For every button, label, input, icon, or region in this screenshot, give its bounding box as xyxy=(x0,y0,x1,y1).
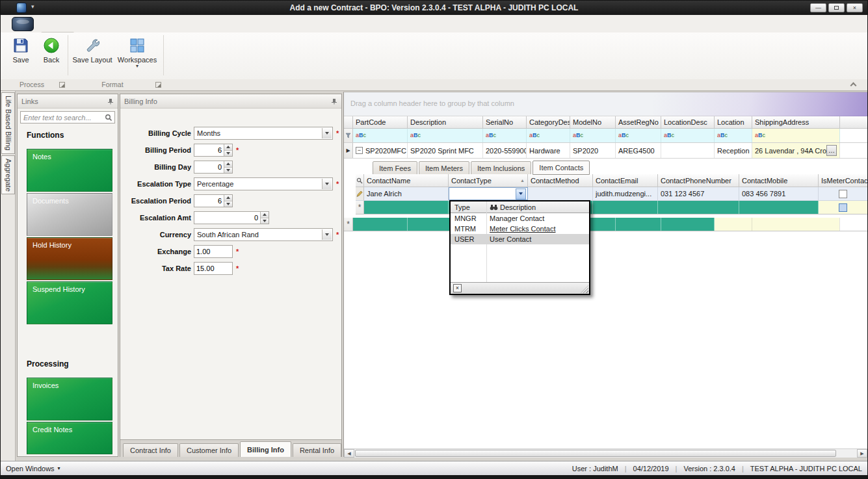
cell-shippingaddress[interactable]: 26 Lavendar , 94A Crompton ... … xyxy=(752,143,840,158)
billing-cycle-select[interactable]: Months xyxy=(194,127,333,140)
grid-search-icon[interactable] xyxy=(356,177,363,184)
escalation-amt-input[interactable] xyxy=(194,212,260,224)
cell-location[interactable]: Reception xyxy=(715,143,752,158)
tab-item-fees[interactable]: Item Fees xyxy=(373,161,417,175)
item-row[interactable]: ▶ − SP2020MFC SP2020 Sprint MFC 2020-559… xyxy=(344,143,868,159)
column-header-serialno[interactable]: SerialNo xyxy=(483,116,527,129)
column-header-assetregno[interactable]: AssetRegNo xyxy=(616,116,661,129)
column-header-locationdesc[interactable]: LocationDesc xyxy=(661,116,715,129)
column-header-contacttype[interactable]: ContactType ▲ xyxy=(449,174,528,187)
filter-cell-locationdesc[interactable]: aBc xyxy=(661,129,715,142)
ismetercontact-checkbox[interactable] xyxy=(839,203,847,212)
newrow-partcode[interactable] xyxy=(353,218,408,231)
maximize-button[interactable] xyxy=(828,3,845,12)
group-by-bar[interactable]: Drag a column header here to group by th… xyxy=(344,92,867,116)
close-filter-button[interactable]: × xyxy=(453,284,462,292)
escalation-amt-stepper[interactable] xyxy=(194,211,269,224)
dropdown-row-mtrm[interactable]: MTRM Meter Clicks Contact xyxy=(451,224,589,234)
filter-cell-serialno[interactable]: aBc xyxy=(483,129,527,142)
escalation-type-select[interactable]: Percentage xyxy=(194,177,333,190)
contacts-new-row[interactable]: * xyxy=(356,201,868,214)
spin-down-icon[interactable] xyxy=(224,167,232,174)
newrow-contactemail[interactable] xyxy=(593,201,658,214)
chevron-down-icon[interactable] xyxy=(322,128,332,138)
column-header-categorydesc[interactable]: CategoryDesc xyxy=(527,116,570,129)
ellipsis-button[interactable]: … xyxy=(826,145,837,156)
cell-contactphonenumber[interactable]: 031 123 4567 xyxy=(658,187,739,200)
tab-item-meters[interactable]: Item Meters xyxy=(419,161,469,175)
column-header-contactemail[interactable]: ContactEmail xyxy=(593,174,658,187)
horizontal-scrollbar[interactable]: ◀ ▶ xyxy=(344,448,867,458)
currency-select[interactable]: South African Rand xyxy=(194,228,333,241)
tab-item-contacts[interactable]: Item Contacts xyxy=(533,161,590,175)
invoices-button[interactable]: Invoices xyxy=(27,378,112,421)
cell-contacttype-editor[interactable] xyxy=(449,187,528,200)
newrow-contactphonenumber[interactable] xyxy=(658,201,739,214)
newrow-locationdesc[interactable] xyxy=(661,218,715,231)
documents-button[interactable]: Documents xyxy=(27,193,112,236)
billing-day-input[interactable] xyxy=(194,161,224,173)
cell-contactemail[interactable]: judith.mudzengi... xyxy=(593,187,658,200)
cell-categorydesc[interactable]: Hardware xyxy=(527,143,570,158)
newrow-ismetercontact[interactable] xyxy=(819,201,868,214)
escalation-period-input[interactable] xyxy=(194,195,224,207)
cell-assetregno[interactable]: AREG4500 xyxy=(616,143,661,158)
save-layout-button[interactable]: Save Layout xyxy=(72,34,112,77)
column-header-shippingaddress[interactable]: ShippingAddress xyxy=(752,116,840,129)
cell-locationdesc[interactable] xyxy=(661,143,715,158)
back-button[interactable]: Back xyxy=(37,34,66,77)
items-new-row[interactable]: * xyxy=(344,218,868,231)
newrow-contactname[interactable] xyxy=(364,201,449,214)
cell-contactmobile[interactable]: 083 456 7891 xyxy=(739,187,819,200)
pin-icon[interactable] xyxy=(107,98,114,105)
ismetercontact-checkbox[interactable] xyxy=(839,190,847,198)
process-dialog-launcher-icon[interactable] xyxy=(59,82,65,88)
column-header-ismetercontact[interactable]: IsMeterContact xyxy=(819,174,868,187)
notes-button[interactable]: Notes xyxy=(27,149,112,192)
cell-partcode[interactable]: − SP2020MFC xyxy=(353,143,408,158)
chevron-down-icon[interactable] xyxy=(322,229,332,240)
newrow-contactmobile[interactable] xyxy=(739,201,819,214)
billing-day-stepper[interactable] xyxy=(194,161,233,174)
cell-contactmethod[interactable] xyxy=(528,187,593,200)
filter-cell-assetregno[interactable]: aBc xyxy=(616,129,661,142)
minimize-button[interactable]: — xyxy=(810,3,826,12)
contact-row[interactable]: Jane Alrich judith.mudzengi... 031 123 4… xyxy=(356,187,868,201)
spin-down-icon[interactable] xyxy=(224,201,232,207)
spin-up-icon[interactable] xyxy=(224,161,232,167)
links-search-input[interactable] xyxy=(21,114,105,122)
save-button[interactable]: Save xyxy=(6,34,36,77)
close-button[interactable]: × xyxy=(847,3,863,12)
dropdown-column-description[interactable]: Description xyxy=(500,203,536,211)
tab-customer-info[interactable]: Customer Info xyxy=(179,443,239,457)
newrow-assetregno[interactable] xyxy=(616,218,661,231)
filter-cell-description[interactable]: aBc xyxy=(408,129,483,142)
contacttype-dropdown-button[interactable] xyxy=(516,188,526,200)
billing-period-input[interactable] xyxy=(194,144,224,156)
tax-rate-input[interactable] xyxy=(194,263,232,274)
filter-cell-shippingaddress[interactable]: aBc xyxy=(752,129,840,142)
filter-cell-partcode[interactable]: aBc xyxy=(353,129,408,142)
newrow-location[interactable] xyxy=(715,218,752,231)
column-header-description[interactable]: Description xyxy=(408,116,483,129)
spin-down-icon[interactable] xyxy=(261,218,269,224)
cell-contactname[interactable]: Jane Alrich xyxy=(364,187,449,200)
column-header-contactphonenumber[interactable]: ContactPhoneNumber xyxy=(658,174,739,187)
filter-cell-location[interactable]: aBc xyxy=(715,129,752,142)
spin-up-icon[interactable] xyxy=(224,144,232,150)
column-header-modelno[interactable]: ModelNo xyxy=(570,116,616,129)
format-dialog-launcher-icon[interactable] xyxy=(155,82,161,88)
escalation-period-stepper[interactable] xyxy=(194,194,233,207)
tab-item-inclusions[interactable]: Item Inclusions xyxy=(471,161,531,175)
workspaces-button[interactable]: Workspaces ▾ xyxy=(115,34,159,77)
column-header-contactname[interactable]: ContactName xyxy=(364,174,449,187)
credit-notes-button[interactable]: Credit Notes xyxy=(27,422,112,454)
collapse-ribbon-chevron-icon[interactable] xyxy=(850,83,857,89)
side-tab-aggregate[interactable]: Aggregate xyxy=(1,155,15,194)
dropdown-row-mngr[interactable]: MNGR Manager Contact xyxy=(451,213,589,224)
side-tab-life-based-billing[interactable]: Life Based Billing xyxy=(1,92,15,154)
dropdown-column-type[interactable]: Type xyxy=(451,203,486,211)
column-header-location[interactable]: Location xyxy=(715,116,752,129)
exchange-input[interactable] xyxy=(194,246,232,257)
chevron-down-icon[interactable] xyxy=(322,179,332,189)
